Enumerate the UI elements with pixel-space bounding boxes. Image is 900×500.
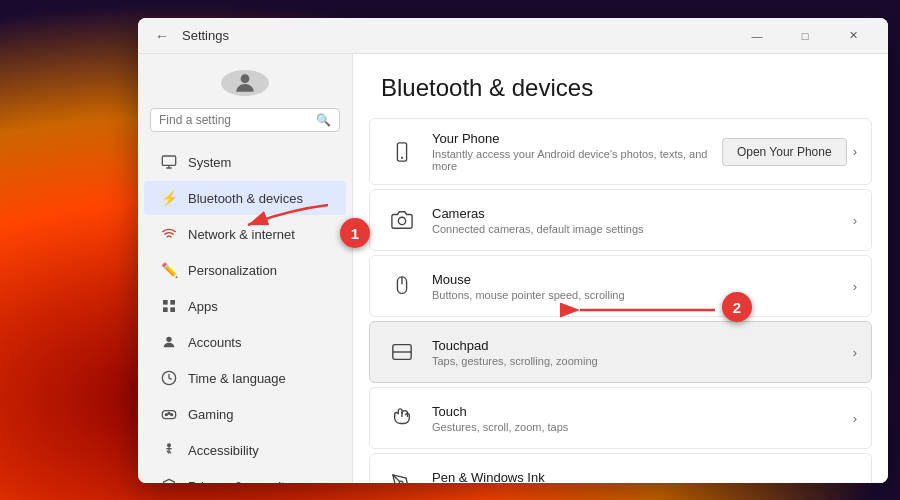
svg-point-13 <box>171 414 173 416</box>
your-phone-desc: Instantly access your Android device's p… <box>432 148 710 172</box>
bluetooth-icon: ⚡ <box>160 189 178 207</box>
settings-list: Your Phone Instantly access your Android… <box>353 118 888 483</box>
sidebar-item-personalization-label: Personalization <box>188 263 277 278</box>
sidebar-item-privacy-label: Privacy & security <box>188 479 291 484</box>
your-phone-text: Your Phone Instantly access your Android… <box>420 131 722 172</box>
touchpad-title: Touchpad <box>432 338 841 353</box>
title-bar: ← Settings — □ ✕ <box>138 18 888 54</box>
minimize-button[interactable]: — <box>734 18 780 54</box>
window-controls: — □ ✕ <box>734 18 876 54</box>
system-icon <box>160 153 178 171</box>
close-button[interactable]: ✕ <box>830 18 876 54</box>
cameras-title: Cameras <box>432 206 841 221</box>
svg-rect-4 <box>163 300 168 305</box>
search-icon: 🔍 <box>316 113 331 127</box>
personalization-icon: ✏️ <box>160 261 178 279</box>
annotation-2: 2 <box>722 292 752 322</box>
svg-rect-7 <box>170 307 175 312</box>
svg-point-23 <box>399 481 403 483</box>
search-box[interactable]: 🔍 <box>150 108 340 132</box>
pen-icon <box>384 466 420 483</box>
accessibility-icon <box>160 441 178 459</box>
sidebar-item-apps[interactable]: Apps <box>144 289 346 323</box>
svg-point-11 <box>165 414 167 416</box>
sidebar-item-bluetooth-label: Bluetooth & devices <box>188 191 303 206</box>
time-icon <box>160 369 178 387</box>
page-title: Bluetooth & devices <box>353 54 888 118</box>
settings-window: ← Settings — □ ✕ 🔍 <box>138 18 888 483</box>
sidebar-item-system[interactable]: System <box>144 145 346 179</box>
chevron-icon: › <box>853 411 857 426</box>
touch-desc: Gestures, scroll, zoom, taps <box>432 421 841 433</box>
sidebar-item-bluetooth[interactable]: ⚡ Bluetooth & devices <box>144 181 346 215</box>
pen-text: Pen & Windows Ink Right-handed or left-h… <box>420 470 853 484</box>
your-phone-action: Open Your Phone › <box>722 138 857 166</box>
touch-action: › <box>853 411 857 426</box>
window-title: Settings <box>182 28 229 43</box>
window-body: 🔍 System ⚡ Bluetooth & devices Network &… <box>138 54 888 483</box>
sidebar-item-network-label: Network & internet <box>188 227 295 242</box>
open-your-phone-button[interactable]: Open Your Phone <box>722 138 847 166</box>
settings-item-touch[interactable]: Touch Gestures, scroll, zoom, taps › <box>369 387 872 449</box>
sidebar-item-privacy[interactable]: Privacy & security <box>144 469 346 483</box>
sidebar-item-personalization[interactable]: ✏️ Personalization <box>144 253 346 287</box>
cameras-action: › <box>853 213 857 228</box>
svg-point-18 <box>398 217 405 224</box>
sidebar-item-time-label: Time & language <box>188 371 286 386</box>
sidebar-item-network[interactable]: Network & internet <box>144 217 346 251</box>
main-panel: Bluetooth & devices Your Phone Instantly… <box>353 54 888 483</box>
camera-icon <box>384 202 420 238</box>
sidebar-item-accessibility[interactable]: Accessibility <box>144 433 346 467</box>
svg-point-0 <box>241 74 250 83</box>
touch-title: Touch <box>432 404 841 419</box>
svg-rect-5 <box>170 300 175 305</box>
sidebar: 🔍 System ⚡ Bluetooth & devices Network &… <box>138 54 353 483</box>
sidebar-item-time[interactable]: Time & language <box>144 361 346 395</box>
chevron-icon: › <box>853 345 857 360</box>
settings-item-pen[interactable]: Pen & Windows Ink Right-handed or left-h… <box>369 453 872 483</box>
sidebar-item-apps-label: Apps <box>188 299 218 314</box>
cameras-text: Cameras Connected cameras, default image… <box>420 206 853 235</box>
chevron-icon: › <box>853 213 857 228</box>
pen-action: › <box>853 477 857 484</box>
network-icon <box>160 225 178 243</box>
your-phone-title: Your Phone <box>432 131 710 146</box>
gaming-icon <box>160 405 178 423</box>
svg-point-14 <box>168 444 171 447</box>
cameras-desc: Connected cameras, default image setting… <box>432 223 841 235</box>
phone-icon <box>384 134 420 170</box>
settings-item-touchpad[interactable]: Touchpad Taps, gestures, scrolling, zoom… <box>369 321 872 383</box>
touchpad-icon <box>384 334 420 370</box>
pen-title: Pen & Windows Ink <box>432 470 841 484</box>
touchpad-desc: Taps, gestures, scrolling, zooming <box>432 355 841 367</box>
back-button[interactable]: ← <box>150 24 174 48</box>
touchpad-text: Touchpad Taps, gestures, scrolling, zoom… <box>420 338 853 367</box>
chevron-icon: › <box>853 477 857 484</box>
search-input[interactable] <box>159 113 310 127</box>
sidebar-item-accounts[interactable]: Accounts <box>144 325 346 359</box>
chevron-icon: › <box>853 279 857 294</box>
settings-item-mouse[interactable]: Mouse Buttons, mouse pointer speed, scro… <box>369 255 872 317</box>
mouse-icon <box>384 268 420 304</box>
mouse-desc: Buttons, mouse pointer speed, scrolling <box>432 289 841 301</box>
sidebar-item-gaming[interactable]: Gaming <box>144 397 346 431</box>
touch-icon <box>384 400 420 436</box>
touchpad-action: › <box>853 345 857 360</box>
sidebar-item-accessibility-label: Accessibility <box>188 443 259 458</box>
apps-icon <box>160 297 178 315</box>
maximize-button[interactable]: □ <box>782 18 828 54</box>
svg-point-12 <box>168 412 170 414</box>
mouse-text: Mouse Buttons, mouse pointer speed, scro… <box>420 272 853 301</box>
settings-item-cameras[interactable]: Cameras Connected cameras, default image… <box>369 189 872 251</box>
accounts-icon <box>160 333 178 351</box>
settings-item-your-phone[interactable]: Your Phone Instantly access your Android… <box>369 118 872 185</box>
svg-rect-6 <box>163 307 168 312</box>
mouse-title: Mouse <box>432 272 841 287</box>
annotation-1: 1 <box>340 218 370 248</box>
sidebar-item-accounts-label: Accounts <box>188 335 241 350</box>
mouse-action: › <box>853 279 857 294</box>
touch-text: Touch Gestures, scroll, zoom, taps <box>420 404 853 433</box>
chevron-icon: › <box>853 144 857 159</box>
svg-rect-1 <box>162 156 175 165</box>
svg-point-8 <box>166 337 171 342</box>
